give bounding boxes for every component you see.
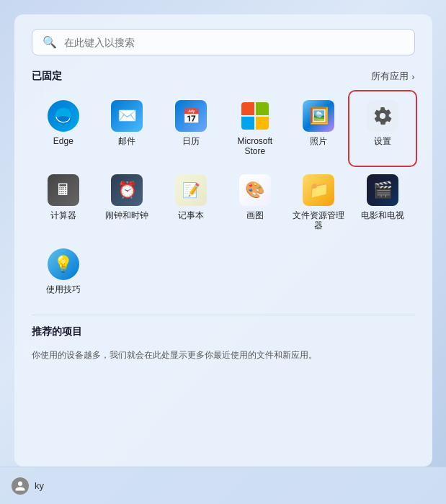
pinned-header: 已固定 所有应用 › [32, 70, 415, 83]
mail-label: 邮件 [118, 136, 135, 146]
all-apps-label: 所有应用 [371, 70, 409, 83]
app-store[interactable]: Microsoft Store [223, 93, 287, 164]
movies-icon: 🎬 [367, 174, 398, 206]
recommended-header: 推荐的项目 [32, 325, 415, 338]
edge-label: Edge [53, 136, 73, 146]
calendar-label: 日历 [182, 136, 200, 146]
paint-label: 画图 [246, 210, 264, 220]
chevron-right-icon: › [411, 71, 414, 82]
app-calculator[interactable]: 🖩 计算器 [32, 167, 96, 238]
notepad-icon: 📝 [175, 174, 207, 206]
app-clock[interactable]: ⏰ 闹钟和时钟 [95, 167, 159, 238]
app-movies[interactable]: 🎬 电影和电视 [351, 167, 415, 238]
app-edge[interactable]: Edge [32, 93, 96, 164]
explorer-label: 文件资源管理器 [291, 210, 347, 231]
app-tips[interactable]: 💡 使用技巧 [32, 241, 96, 302]
user-avatar [12, 477, 29, 495]
folder-icon: 📁 [303, 174, 334, 206]
movies-label: 电影和电视 [361, 210, 404, 220]
pinned-title: 已固定 [32, 70, 62, 83]
mail-icon: ✉️ [111, 100, 143, 132]
recommended-description: 你使用的设备越多，我们就会在此处显示更多你最近使用的文件和新应用。 [32, 348, 415, 361]
search-input[interactable] [64, 37, 404, 48]
settings-icon [367, 100, 398, 132]
tips-icon: 💡 [48, 248, 79, 280]
app-paint[interactable]: 🎨 画图 [223, 167, 287, 238]
notepad-label: 记事本 [178, 210, 204, 220]
calendar-icon: 📅 [175, 100, 207, 132]
recommended-section: 推荐的项目 你使用的设备越多，我们就会在此处显示更多你最近使用的文件和新应用。 [32, 315, 415, 361]
settings-label: 设置 [374, 136, 391, 146]
app-explorer[interactable]: 📁 文件资源管理器 [287, 167, 351, 238]
edge-icon [48, 100, 79, 132]
search-bar[interactable]: 🔍 [32, 29, 415, 55]
store-label: Microsoft Store [227, 136, 282, 157]
app-notepad[interactable]: 📝 记事本 [159, 167, 223, 238]
photos-label: 照片 [310, 136, 327, 146]
all-apps-link[interactable]: 所有应用 › [371, 70, 414, 83]
calculator-label: 计算器 [50, 210, 76, 220]
paint-icon: 🎨 [239, 174, 271, 206]
calculator-icon: 🖩 [48, 174, 79, 206]
pinned-grid: Edge ✉️ 邮件 📅 日历 Microsoft Store [32, 93, 415, 302]
photos-icon: 🖼️ [303, 100, 334, 132]
app-photos[interactable]: 🖼️ 照片 [287, 93, 351, 164]
recommended-title: 推荐的项目 [32, 325, 82, 338]
taskbar-user[interactable]: ky [12, 477, 44, 495]
app-mail[interactable]: ✉️ 邮件 [95, 93, 159, 164]
clock-label: 闹钟和时钟 [105, 210, 148, 220]
username-label: ky [35, 480, 44, 491]
search-icon: 🔍 [43, 35, 57, 49]
start-menu: 🔍 已固定 所有应用 › Edge ✉️ 邮件 [14, 14, 432, 467]
store-icon [239, 100, 271, 132]
app-calendar[interactable]: 📅 日历 [159, 93, 223, 164]
app-settings[interactable]: 设置 [351, 93, 415, 164]
tips-label: 使用技巧 [46, 284, 81, 294]
taskbar: ky [0, 467, 446, 504]
clock-icon: ⏰ [111, 174, 143, 206]
